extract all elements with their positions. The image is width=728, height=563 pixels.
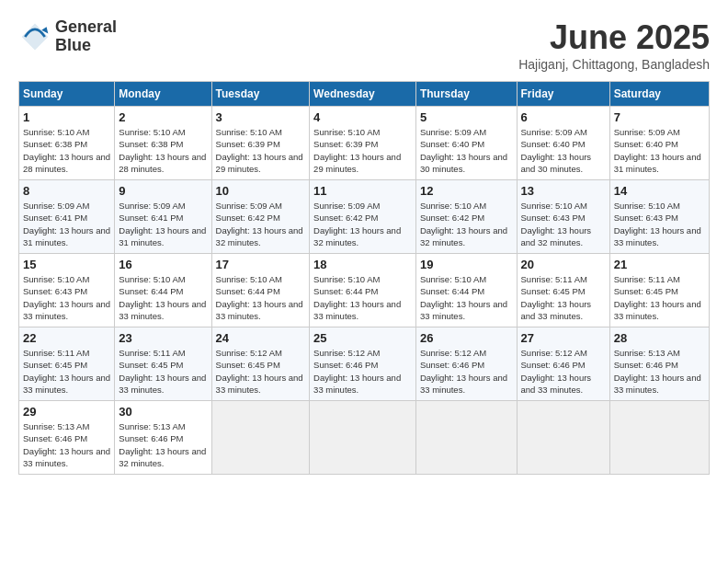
col-saturday: Saturday (609, 82, 709, 107)
page-header: General Blue June 2025 Hajiganj, Chittag… (18, 18, 710, 72)
day-sunset: Sunset: 6:42 PM (313, 213, 378, 223)
day-daylight: Daylight: 13 hours and 30 minutes. (420, 152, 507, 174)
day-cell-4: 4 Sunrise: 5:10 AM Sunset: 6:39 PM Dayli… (310, 107, 416, 180)
empty-cell (517, 401, 609, 475)
day-sunrise: Sunrise: 5:13 AM (119, 421, 185, 431)
day-cell-26: 26 Sunrise: 5:12 AM Sunset: 6:46 PM Dayl… (415, 327, 517, 401)
day-number: 28 (614, 331, 705, 345)
day-daylight: Daylight: 13 hours and 28 minutes. (23, 152, 110, 174)
day-cell-7: 7 Sunrise: 5:09 AM Sunset: 6:40 PM Dayli… (609, 107, 709, 180)
day-sunrise: Sunrise: 5:10 AM (420, 201, 486, 211)
day-cell-13: 13 Sunrise: 5:10 AM Sunset: 6:43 PM Dayl… (517, 180, 609, 254)
day-number: 1 (23, 110, 110, 124)
day-number: 6 (521, 110, 606, 124)
day-sunset: Sunset: 6:41 PM (119, 213, 183, 223)
calendar-week-1: 1 Sunrise: 5:10 AM Sunset: 6:38 PM Dayli… (19, 107, 710, 180)
day-cell-16: 16 Sunrise: 5:10 AM Sunset: 6:44 PM Dayl… (115, 254, 211, 327)
day-sunset: Sunset: 6:42 PM (420, 213, 484, 223)
day-daylight: Daylight: 13 hours and 32 minutes. (420, 225, 507, 247)
day-sunset: Sunset: 6:45 PM (521, 286, 586, 296)
day-number: 23 (119, 331, 207, 345)
day-sunset: Sunset: 6:45 PM (216, 360, 280, 370)
day-daylight: Daylight: 13 hours and 33 minutes. (216, 299, 303, 321)
day-sunset: Sunset: 6:45 PM (119, 360, 183, 370)
day-sunset: Sunset: 6:43 PM (614, 213, 678, 223)
day-cell-1: 1 Sunrise: 5:10 AM Sunset: 6:38 PM Dayli… (19, 107, 115, 180)
day-cell-5: 5 Sunrise: 5:09 AM Sunset: 6:40 PM Dayli… (415, 107, 517, 180)
day-cell-12: 12 Sunrise: 5:10 AM Sunset: 6:42 PM Dayl… (415, 180, 517, 254)
day-number: 27 (521, 331, 606, 345)
day-sunrise: Sunrise: 5:13 AM (23, 421, 89, 431)
day-daylight: Daylight: 13 hours and 33 minutes. (23, 299, 110, 321)
day-sunrise: Sunrise: 5:12 AM (521, 348, 587, 358)
day-daylight: Daylight: 13 hours and 33 minutes. (521, 299, 592, 321)
calendar-week-4: 22 Sunrise: 5:11 AM Sunset: 6:45 PM Dayl… (19, 327, 710, 401)
day-sunrise: Sunrise: 5:12 AM (216, 348, 282, 358)
month-title: June 2025 (518, 18, 710, 57)
location: Hajiganj, Chittagong, Bangladesh (518, 57, 710, 72)
day-sunset: Sunset: 6:39 PM (313, 139, 378, 149)
logo: General Blue (18, 18, 117, 55)
day-sunrise: Sunrise: 5:12 AM (313, 348, 380, 358)
day-sunrise: Sunrise: 5:09 AM (521, 127, 587, 137)
day-sunset: Sunset: 6:46 PM (23, 433, 87, 443)
day-sunset: Sunset: 6:44 PM (313, 286, 378, 296)
day-sunrise: Sunrise: 5:10 AM (119, 274, 185, 284)
day-sunset: Sunset: 6:38 PM (23, 139, 87, 149)
calendar-week-5: 29 Sunrise: 5:13 AM Sunset: 6:46 PM Dayl… (19, 401, 710, 475)
day-number: 17 (216, 258, 306, 271)
day-sunrise: Sunrise: 5:09 AM (119, 201, 185, 211)
day-sunrise: Sunrise: 5:11 AM (119, 348, 185, 358)
day-number: 8 (23, 184, 110, 198)
day-sunrise: Sunrise: 5:10 AM (23, 127, 89, 137)
day-sunset: Sunset: 6:44 PM (216, 286, 280, 296)
day-daylight: Daylight: 13 hours and 33 minutes. (614, 373, 701, 395)
day-number: 26 (420, 331, 513, 345)
day-sunrise: Sunrise: 5:09 AM (216, 201, 282, 211)
day-cell-9: 9 Sunrise: 5:09 AM Sunset: 6:41 PM Dayli… (115, 180, 211, 254)
day-number: 4 (313, 110, 412, 124)
day-sunrise: Sunrise: 5:09 AM (614, 127, 680, 137)
day-cell-24: 24 Sunrise: 5:12 AM Sunset: 6:45 PM Dayl… (211, 327, 310, 401)
day-number: 20 (521, 258, 606, 271)
day-number: 29 (23, 405, 110, 419)
day-number: 11 (313, 184, 412, 198)
day-sunset: Sunset: 6:46 PM (119, 433, 183, 443)
day-cell-15: 15 Sunrise: 5:10 AM Sunset: 6:43 PM Dayl… (19, 254, 115, 327)
day-sunset: Sunset: 6:46 PM (420, 360, 484, 370)
day-sunset: Sunset: 6:38 PM (119, 139, 183, 149)
day-cell-8: 8 Sunrise: 5:09 AM Sunset: 6:41 PM Dayli… (19, 180, 115, 254)
day-number: 16 (119, 258, 207, 271)
day-sunset: Sunset: 6:46 PM (521, 360, 586, 370)
day-cell-19: 19 Sunrise: 5:10 AM Sunset: 6:44 PM Dayl… (415, 254, 517, 327)
day-daylight: Daylight: 13 hours and 33 minutes. (313, 299, 401, 321)
day-sunset: Sunset: 6:42 PM (216, 213, 280, 223)
day-daylight: Daylight: 13 hours and 33 minutes. (119, 373, 206, 395)
day-daylight: Daylight: 13 hours and 33 minutes. (23, 446, 110, 468)
logo-line2: Blue (55, 37, 117, 55)
day-sunrise: Sunrise: 5:10 AM (614, 201, 680, 211)
day-sunset: Sunset: 6:39 PM (216, 139, 280, 149)
day-sunset: Sunset: 6:41 PM (23, 213, 87, 223)
day-sunset: Sunset: 6:44 PM (420, 286, 484, 296)
col-wednesday: Wednesday (310, 82, 416, 107)
day-sunrise: Sunrise: 5:12 AM (420, 348, 486, 358)
day-sunrise: Sunrise: 5:13 AM (614, 348, 680, 358)
day-number: 13 (521, 184, 606, 198)
day-sunrise: Sunrise: 5:10 AM (313, 127, 380, 137)
day-number: 22 (23, 331, 110, 345)
day-sunset: Sunset: 6:45 PM (614, 286, 678, 296)
empty-cell (310, 401, 416, 475)
col-tuesday: Tuesday (211, 82, 310, 107)
col-monday: Monday (115, 82, 211, 107)
day-daylight: Daylight: 13 hours and 32 minutes. (216, 225, 303, 247)
day-cell-11: 11 Sunrise: 5:09 AM Sunset: 6:42 PM Dayl… (310, 180, 416, 254)
empty-cell (415, 401, 517, 475)
day-cell-27: 27 Sunrise: 5:12 AM Sunset: 6:46 PM Dayl… (517, 327, 609, 401)
day-daylight: Daylight: 13 hours and 30 minutes. (521, 152, 592, 174)
day-number: 19 (420, 258, 513, 271)
day-number: 2 (119, 110, 207, 124)
day-number: 10 (216, 184, 306, 198)
day-sunrise: Sunrise: 5:10 AM (119, 127, 185, 137)
calendar-week-3: 15 Sunrise: 5:10 AM Sunset: 6:43 PM Dayl… (19, 254, 710, 327)
